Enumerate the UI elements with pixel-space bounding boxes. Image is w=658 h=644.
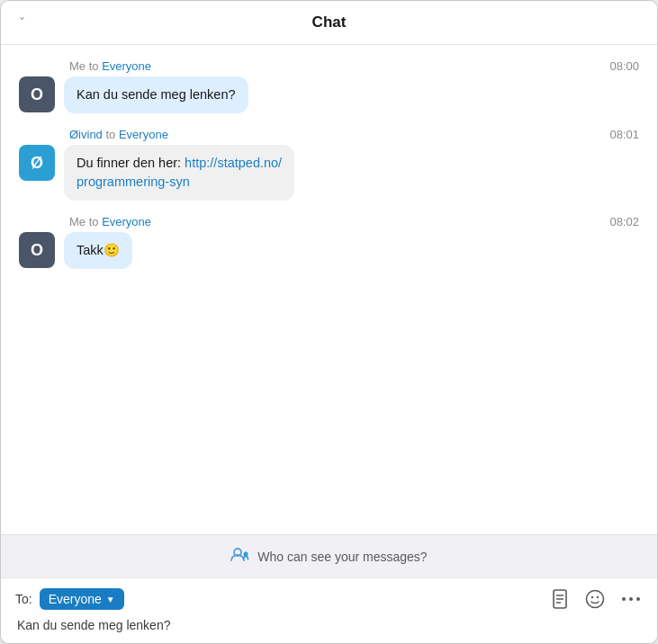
- chat-header: ˅ Chat: [1, 1, 657, 45]
- svg-point-9: [622, 597, 626, 601]
- message-text-before-link: Du finner den her:: [77, 156, 185, 170]
- recipient-name: Everyone: [102, 215, 151, 228]
- composer-area: To: Everyone ▼: [1, 577, 657, 643]
- message-meta: Me to Everyone 08:00: [19, 59, 639, 73]
- message-group: Me to Everyone 08:00 O Kan du sende meg …: [19, 59, 639, 113]
- svg-point-8: [597, 596, 599, 598]
- message-time: 08:00: [609, 59, 639, 73]
- composer-top: To: Everyone ▼: [15, 587, 643, 611]
- message-bubble: Du finner den her: http://statped.no/pro…: [64, 145, 294, 201]
- more-options-button[interactable]: [619, 595, 643, 604]
- composer-draft-text[interactable]: Kan du sende meg lenken?: [15, 618, 643, 632]
- visibility-icon: [230, 546, 250, 567]
- svg-point-11: [636, 597, 640, 601]
- message-text: Kan du sende meg lenken?: [77, 87, 236, 102]
- message-bubble: Kan du sende meg lenken?: [64, 76, 248, 113]
- message-time: 08:01: [609, 128, 639, 141]
- svg-point-10: [629, 597, 633, 601]
- message-group: Øivind to Everyone 08:01 Ø Du finner den…: [19, 128, 639, 201]
- avatar: O: [19, 76, 55, 112]
- to-row: To: Everyone ▼: [15, 588, 124, 610]
- message-group: Me to Everyone 08:02 O Takk🙂: [19, 215, 639, 269]
- avatar: O: [19, 232, 55, 268]
- to-label: To:: [15, 592, 32, 606]
- message-row: O Kan du sende meg lenken?: [19, 76, 639, 113]
- message-sender: Me to Everyone: [69, 215, 151, 228]
- message-meta: Øivind to Everyone 08:01: [19, 128, 639, 141]
- recipient-name: Everyone: [119, 128, 168, 141]
- messages-area: Me to Everyone 08:00 O Kan du sende meg …: [1, 45, 657, 534]
- message-row: Ø Du finner den her: http://statped.no/p…: [19, 145, 639, 201]
- chat-window: ˅ Chat Me to Everyone 08:00 O Kan du sen…: [0, 0, 658, 644]
- chat-title: Chat: [312, 13, 347, 31]
- emoji-button[interactable]: [583, 587, 607, 611]
- svg-point-6: [587, 591, 604, 608]
- svg-point-7: [591, 596, 593, 598]
- composer-toolbar: [549, 587, 643, 611]
- message-time: 08:02: [609, 215, 639, 228]
- message-sender: Me to Everyone: [69, 59, 151, 73]
- sender-link: Øivind: [69, 128, 103, 141]
- recipient-selector[interactable]: Everyone ▼: [40, 588, 124, 610]
- attach-file-button[interactable]: [549, 587, 571, 611]
- avatar: Ø: [19, 145, 55, 181]
- recipient-label: Everyone: [49, 592, 102, 606]
- message-text: Takk🙂: [77, 243, 120, 257]
- message-row: O Takk🙂: [19, 232, 639, 269]
- visibility-text: Who can see your messages?: [257, 550, 427, 564]
- recipient-name: Everyone: [102, 59, 151, 73]
- collapse-chevron-icon[interactable]: ˅: [19, 15, 25, 30]
- message-bubble: Takk🙂: [64, 232, 132, 269]
- recipient-chevron-icon: ▼: [106, 595, 115, 604]
- visibility-divider[interactable]: Who can see your messages?: [1, 534, 657, 577]
- message-sender: Øivind to Everyone: [69, 128, 168, 141]
- message-meta: Me to Everyone 08:02: [19, 215, 639, 228]
